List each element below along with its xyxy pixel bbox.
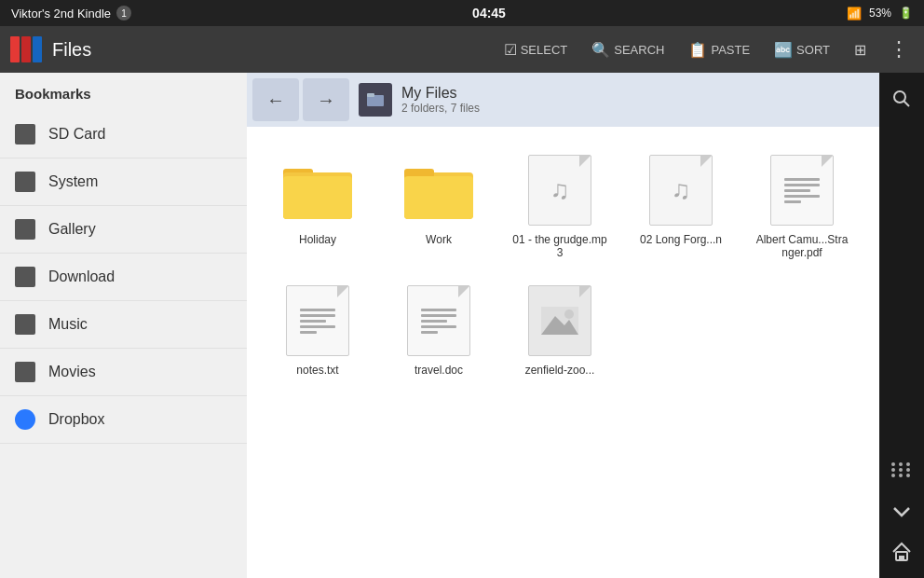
forward-button[interactable]: → [303,78,349,121]
file-grid: Holiday Work ♫ [247,127,879,578]
file-label-notes: notes.txt [296,364,338,377]
sidebar-item-movies[interactable]: Movies [0,349,247,396]
file-item-longforg[interactable]: ♫ 02 Long Forg...n [625,145,737,267]
txt-file-icon [280,283,355,358]
folder-icon [281,158,354,223]
file-label-work: Work [426,233,452,246]
file-item-work[interactable]: Work [383,145,495,267]
main-layout: Bookmarks SD Card System Gallery Downloa… [0,73,924,578]
file-item-zenfield[interactable]: zenfield-zoo... [504,276,616,384]
paste-icon: 📋 [688,41,707,59]
sidebar-label-music: Music [48,316,88,333]
current-folder-thumbnail [359,83,392,117]
sidebar-item-dropbox[interactable]: Dropbox [0,396,247,444]
folder-thumb-icon [366,90,385,109]
sidebar-item-music[interactable]: Music [0,301,247,349]
content-area: ← → My Files 2 folders, 7 files [247,73,879,578]
svg-rect-1 [367,93,374,97]
paste-label: PASTE [711,43,750,57]
file-label-longforg: 02 Long Forg...n [640,233,722,246]
back-button[interactable]: ← [252,78,299,121]
doc-lines [300,309,335,334]
search-button[interactable]: 🔍 SEARCH [584,35,672,64]
svg-point-11 [564,310,574,319]
app-logo [9,33,43,66]
folder-icon [402,158,475,223]
select-label: SELECT [521,43,568,57]
folder-info: My Files 2 folders, 7 files [401,85,480,115]
home-icon [891,542,912,562]
notification-badge: 1 [116,6,131,21]
sidebar-label-sd-card: SD Card [48,126,105,143]
paste-button[interactable]: 📋 PASTE [681,35,757,64]
folder-work-icon [401,153,476,227]
app-title: Files [52,39,91,61]
grid-view-button[interactable]: ⊞ [847,35,874,64]
keyboard-icon [891,462,912,477]
status-bar: Viktor's 2nd Kindle 1 04:45 📶 53% 🔋 [0,0,924,26]
music-file-longforg-icon: ♫ [644,153,718,227]
search-right-button[interactable] [883,80,920,117]
music-note-icon: ♫ [672,175,691,205]
folder-name: My Files [401,85,480,102]
sidebar-item-system[interactable]: System [0,158,247,206]
file-label-zenfield: zenfield-zoo... [525,364,595,377]
gallery-icon [15,219,35,240]
search-right-icon [891,89,912,109]
file-item-notes[interactable]: notes.txt [262,276,374,384]
overflow-menu-button[interactable]: ⋮ [883,37,915,62]
music-note-icon: ♫ [550,175,570,205]
home-button[interactable] [883,533,920,571]
sidebar-label-download: Download [48,268,115,285]
file-label-albert: Albert Camu...Stranger.pdf [754,233,850,259]
svg-rect-15 [899,556,904,560]
sidebar-label-system: System [48,173,98,190]
select-icon: ☑ [504,41,517,59]
file-label-grudge: 01 - the grudge.mp3 [511,233,608,259]
file-item-travel[interactable]: travel.doc [383,276,495,384]
grid-icon: ⊞ [854,41,866,59]
search-icon: 🔍 [591,41,610,59]
chevron-down-icon [892,504,911,517]
battery-level: 53% [869,7,891,20]
doc-lines [784,178,820,203]
music-icon [15,314,35,335]
folder-meta: 2 folders, 7 files [401,102,480,115]
sidebar-label-dropbox: Dropbox [48,411,104,428]
battery-icon: 🔋 [899,7,913,20]
toolbar: Files ☑ SELECT 🔍 SEARCH 📋 PASTE 🔤 SORT ⊞… [0,26,924,73]
sort-label: SORT [796,43,830,57]
select-button[interactable]: ☑ SELECT [496,35,576,64]
doc-lines [421,309,456,334]
image-file-zenfield-icon [523,283,597,358]
sidebar-item-download[interactable]: Download [0,254,247,301]
bookmarks-title: Bookmarks [0,73,247,111]
status-left: Viktor's 2nd Kindle 1 [11,6,131,21]
right-panel [879,73,924,578]
sidebar-item-sd-card[interactable]: SD Card [0,111,247,158]
dropbox-icon [15,409,35,430]
device-name: Viktor's 2nd Kindle [11,7,111,21]
sort-button[interactable]: 🔤 SORT [767,35,837,64]
sort-icon: 🔤 [774,41,793,59]
pdf-file-icon [765,153,839,227]
sidebar-label-movies: Movies [48,364,96,380]
keyboard-button[interactable] [883,451,920,489]
file-item-albert[interactable]: Albert Camu...Stranger.pdf [746,145,858,267]
chevron-down-button[interactable] [883,492,920,530]
sidebar-item-gallery[interactable]: Gallery [0,206,247,254]
movies-icon [15,362,35,382]
file-item-grudge[interactable]: ♫ 01 - the grudge.mp3 [504,145,616,267]
doc-file-travel-icon [401,283,476,358]
image-thumbnail [541,307,578,335]
sidebar-label-gallery: Gallery [48,221,96,238]
file-item-holiday[interactable]: Holiday [262,145,374,267]
download-icon [15,267,35,287]
music-file-grudge-icon: ♫ [523,153,597,227]
file-label-holiday: Holiday [299,233,336,246]
search-label: SEARCH [614,43,664,57]
system-icon [15,172,35,192]
status-right: 📶 53% 🔋 [847,7,913,21]
svg-line-13 [904,102,910,107]
books-icon [10,36,42,62]
